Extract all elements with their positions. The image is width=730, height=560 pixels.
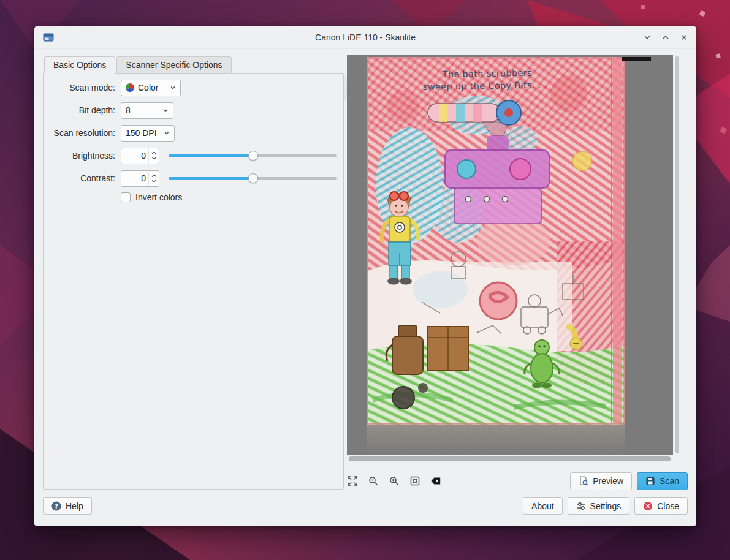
scan-resolution-label: Scan resolution: xyxy=(44,128,115,138)
minimize-icon[interactable] xyxy=(641,31,653,44)
preview-horizontal-scrollbar[interactable] xyxy=(347,456,674,462)
clear-selections-icon[interactable] xyxy=(430,475,441,486)
close-window-icon[interactable] xyxy=(678,31,690,44)
scan-button-label: Scan xyxy=(660,476,679,486)
basic-options-panel: Scan mode: Color xyxy=(43,73,344,490)
window-title: Canon LiDE 110 - Skanlite xyxy=(34,26,696,49)
close-circle-icon xyxy=(643,501,653,511)
bit-depth-select[interactable]: 8 xyxy=(121,102,173,119)
zoom-fit-icon[interactable] xyxy=(347,475,358,486)
contrast-value: 0 xyxy=(121,173,148,183)
invert-colors-checkbox[interactable] xyxy=(121,192,131,202)
scan-save-icon xyxy=(645,476,655,486)
preview-toolbar: Preview Scan xyxy=(347,472,688,490)
vertical-scrollbar-thumb[interactable] xyxy=(675,56,679,453)
brightness-label: Brightness: xyxy=(44,151,115,161)
horizontal-scrollbar-thumb[interactable] xyxy=(349,456,671,461)
contrast-spin-arrows[interactable] xyxy=(148,171,159,186)
about-button-label: About xyxy=(531,501,554,511)
scan-resolution-select[interactable]: 150 DPI xyxy=(121,125,175,142)
svg-text:?: ? xyxy=(55,502,58,509)
help-icon: ? xyxy=(51,501,61,511)
settings-button-label: Settings xyxy=(590,501,622,511)
help-button-label: Help xyxy=(66,501,83,511)
contrast-slider-handle[interactable] xyxy=(248,173,258,183)
chevron-down-icon xyxy=(162,107,169,113)
tab-basic-options[interactable]: Basic Options xyxy=(44,56,115,74)
brightness-value: 0 xyxy=(121,151,148,161)
chevron-down-icon xyxy=(164,130,170,136)
options-tabbar: Basic Options Scanner Specific Options xyxy=(44,56,233,74)
invert-colors-label: Invert colors xyxy=(135,192,182,202)
preview-vertical-scrollbar[interactable] xyxy=(674,55,680,455)
desktop-background: Canon LiDE 110 - Skanlite Basic Options … xyxy=(0,0,730,560)
tab-scanner-specific-options[interactable]: Scanner Specific Options xyxy=(116,56,231,74)
titlebar[interactable]: Canon LiDE 110 - Skanlite xyxy=(34,26,696,49)
close-button-label: Close xyxy=(657,501,679,511)
app-window-icon xyxy=(43,32,54,43)
scan-dark-edge xyxy=(622,57,651,61)
scanned-image[interactable]: The bath scrubbers sweep up the Copy Bit… xyxy=(367,57,625,425)
options-pane: Basic Options Scanner Specific Options S… xyxy=(43,56,344,490)
settings-sliders-icon xyxy=(576,501,586,511)
preview-button[interactable]: Preview xyxy=(570,472,632,490)
close-button[interactable]: Close xyxy=(634,497,688,515)
document-preview-icon xyxy=(579,476,588,486)
scan-caption-line1: The bath scrubbers xyxy=(442,68,532,80)
scan-resolution-value: 150 DPI xyxy=(126,128,157,138)
dialog-footer: ? Help About Settings xyxy=(43,497,688,515)
chevron-down-icon xyxy=(170,85,176,91)
zoom-actual-size-icon[interactable] xyxy=(409,475,420,486)
zoom-out-icon[interactable] xyxy=(368,475,379,486)
skanlite-window: Canon LiDE 110 - Skanlite Basic Options … xyxy=(34,26,696,526)
brightness-spin-arrows[interactable] xyxy=(148,148,159,164)
scan-mode-select[interactable]: Color xyxy=(121,80,181,96)
brightness-spinbox[interactable]: 0 xyxy=(121,148,159,164)
bit-depth-label: Bit depth: xyxy=(44,105,115,115)
settings-button[interactable]: Settings xyxy=(568,497,630,515)
about-button[interactable]: About xyxy=(523,497,563,515)
scan-button[interactable]: Scan xyxy=(637,472,688,490)
help-button[interactable]: ? Help xyxy=(43,497,92,515)
preview-area[interactable]: The bath scrubbers sweep up the Copy Bit… xyxy=(347,55,673,455)
contrast-spinbox[interactable]: 0 xyxy=(121,170,159,187)
scan-overscan-strip xyxy=(367,425,625,453)
contrast-label: Contrast: xyxy=(44,173,115,183)
preview-button-label: Preview xyxy=(593,476,623,486)
color-wheel-icon xyxy=(126,83,134,92)
contrast-slider[interactable] xyxy=(169,172,337,184)
maximize-icon[interactable] xyxy=(660,31,672,44)
scan-mode-value: Color xyxy=(138,83,158,93)
scan-mode-label: Scan mode: xyxy=(44,83,115,93)
brightness-slider[interactable] xyxy=(169,149,337,162)
zoom-in-icon[interactable] xyxy=(389,475,400,486)
brightness-slider-handle[interactable] xyxy=(248,151,258,161)
bit-depth-value: 8 xyxy=(126,105,131,115)
